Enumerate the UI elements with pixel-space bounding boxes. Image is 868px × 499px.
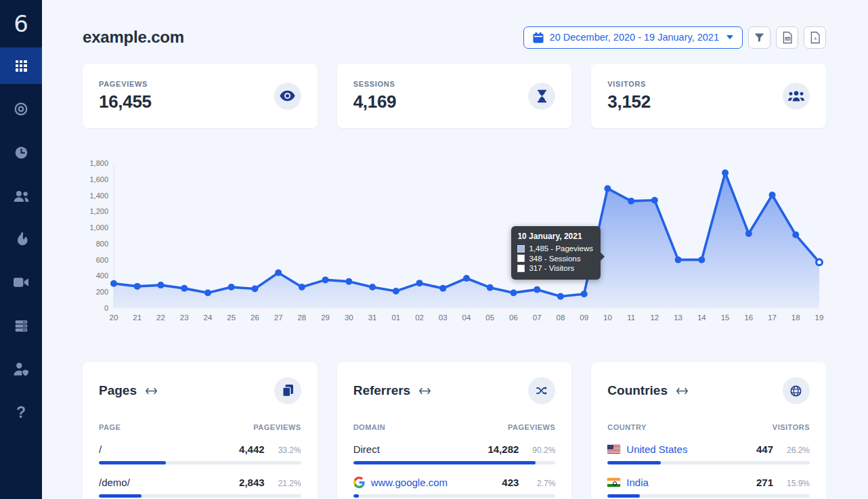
sidebar-item-dashboard[interactable]	[0, 47, 42, 84]
svg-text:800: 800	[96, 240, 108, 248]
stat-label: VISITORS	[607, 80, 651, 88]
csv-export-icon: CSV	[782, 31, 793, 44]
svg-text:27: 27	[274, 313, 283, 322]
pdf-export-icon: A	[810, 31, 821, 44]
table-row: India 271 15.9%	[607, 477, 810, 498]
date-range-picker[interactable]: 20 December, 2020 - 19 January, 2021	[523, 26, 743, 49]
grid-icon	[16, 60, 27, 72]
sidebar-item-account[interactable]	[0, 351, 42, 387]
shuffle-icon[interactable]	[528, 377, 555, 404]
svg-text:1,200: 1,200	[89, 207, 108, 215]
sidebar-item-help[interactable]: ?	[0, 394, 42, 431]
hourglass-icon	[528, 83, 555, 110]
date-range-label: 20 December, 2020 - 19 January, 2021	[550, 32, 719, 43]
stat-card-pageviews: PAGEVIEWS 16,455	[83, 64, 318, 128]
table-row: / 4,442 33.2%	[99, 443, 301, 464]
toolbar: 20 December, 2020 - 19 January, 2021 CSV…	[523, 26, 826, 49]
chart-tooltip: 10 January, 2021 1,485 - Pageviews 348 -…	[511, 226, 601, 280]
tooltip-swatch	[517, 265, 525, 272]
chart-svg[interactable]: 02004006008001,0001,2001,4001,6001,80020…	[83, 159, 826, 326]
row-label: Direct	[353, 443, 380, 455]
stat-cards: PAGEVIEWS 16,455 SESSIONS 4,169 VISITORS…	[83, 64, 826, 128]
swap-arrows-icon[interactable]	[146, 387, 157, 395]
sidebar-item-servers[interactable]	[0, 307, 42, 344]
target-icon	[14, 102, 28, 116]
table-row: www.google.com 423 2.7%	[353, 477, 556, 498]
topbar: example.com 20 December, 2020 - 19 Janua…	[83, 26, 826, 49]
export-pdf-button[interactable]: A	[804, 26, 826, 49]
svg-text:21: 21	[133, 313, 142, 322]
globe-icon[interactable]	[783, 377, 810, 404]
row-label[interactable]: www.google.com	[353, 477, 448, 488]
copy-icon[interactable]	[274, 377, 301, 404]
users-icon	[13, 190, 30, 202]
flame-icon	[15, 232, 28, 246]
stat-value: 16,455	[99, 91, 152, 112]
row-label[interactable]: United States	[607, 443, 687, 455]
svg-text:1,800: 1,800	[89, 159, 108, 167]
svg-text:10: 10	[603, 313, 612, 322]
site-title: example.com	[83, 28, 184, 47]
stat-label: PAGEVIEWS	[99, 80, 152, 88]
svg-text:400: 400	[96, 272, 108, 280]
row-percent: 33.2%	[274, 446, 301, 455]
tooltip-row: 348 - Sessions	[517, 255, 593, 263]
traffic-chart[interactable]: 02004006008001,0001,2001,4001,6001,80020…	[83, 159, 826, 326]
sidebar: 6 ?	[0, 0, 42, 499]
svg-text:06: 06	[509, 313, 518, 322]
sidebar-item-goals[interactable]	[0, 91, 42, 127]
svg-text:29: 29	[321, 313, 330, 322]
row-percent: 90.2%	[528, 446, 555, 455]
row-percent: 21.2%	[274, 479, 301, 488]
users-group-icon	[783, 83, 810, 110]
stat-value: 3,152	[607, 91, 651, 112]
progress-bar	[99, 494, 301, 498]
svg-text:22: 22	[156, 313, 165, 322]
calendar-icon	[533, 32, 544, 43]
progress-bar	[353, 461, 556, 464]
svg-text:23: 23	[180, 313, 189, 322]
breakdown-cards: Pages PAGE PAGEVIEWS / 4,442 33.2%	[83, 362, 826, 499]
row-label[interactable]: India	[607, 477, 649, 488]
video-camera-icon	[14, 277, 29, 288]
svg-text:03: 03	[439, 313, 448, 322]
progress-bar	[99, 461, 301, 464]
column-header: VISITORS	[773, 423, 810, 431]
svg-text:1,600: 1,600	[89, 175, 108, 183]
svg-text:18: 18	[791, 313, 800, 322]
svg-text:28: 28	[297, 313, 306, 322]
row-value: 14,282	[487, 443, 519, 455]
sidebar-item-visitors[interactable]	[0, 177, 42, 214]
svg-text:05: 05	[485, 313, 494, 322]
clock-icon	[14, 146, 28, 160]
card-title: Countries	[607, 383, 668, 398]
row-value: 4,442	[239, 443, 265, 455]
row-label: /demo/	[99, 477, 130, 488]
eye-icon	[274, 83, 301, 110]
svg-text:30: 30	[345, 313, 353, 322]
us-flag-icon	[607, 445, 620, 454]
svg-text:CSV: CSV	[785, 37, 790, 40]
row-percent: 15.9%	[783, 479, 810, 488]
svg-text:19: 19	[815, 313, 824, 322]
row-value: 271	[756, 477, 773, 488]
swap-arrows-icon[interactable]	[676, 387, 688, 395]
chart-canvas[interactable]: 02004006008001,0001,2001,4001,6001,80020…	[83, 159, 826, 328]
filter-button[interactable]	[748, 26, 771, 49]
svg-text:08: 08	[557, 313, 565, 322]
svg-text:15: 15	[721, 313, 730, 322]
svg-text:1,400: 1,400	[89, 192, 108, 200]
svg-text:20: 20	[110, 313, 118, 322]
sidebar-item-heatmaps[interactable]	[0, 221, 42, 257]
india-flag-icon	[607, 478, 620, 487]
stat-value: 4,169	[353, 91, 397, 112]
sidebar-item-realtime[interactable]	[0, 134, 42, 171]
referrers-card: Referrers DOMAIN PAGEVIEWS Direct 14,282	[337, 362, 572, 499]
countries-card: Countries COUNTRY VISITORS United States…	[591, 362, 826, 499]
tooltip-text: 317 - Visitors	[529, 264, 574, 272]
swap-arrows-icon[interactable]	[419, 387, 431, 395]
sidebar-item-recordings[interactable]	[0, 264, 42, 301]
export-csv-button[interactable]: CSV	[776, 26, 798, 49]
column-header: PAGEVIEWS	[508, 423, 555, 431]
table-row: Direct 14,282 90.2%	[353, 443, 556, 464]
